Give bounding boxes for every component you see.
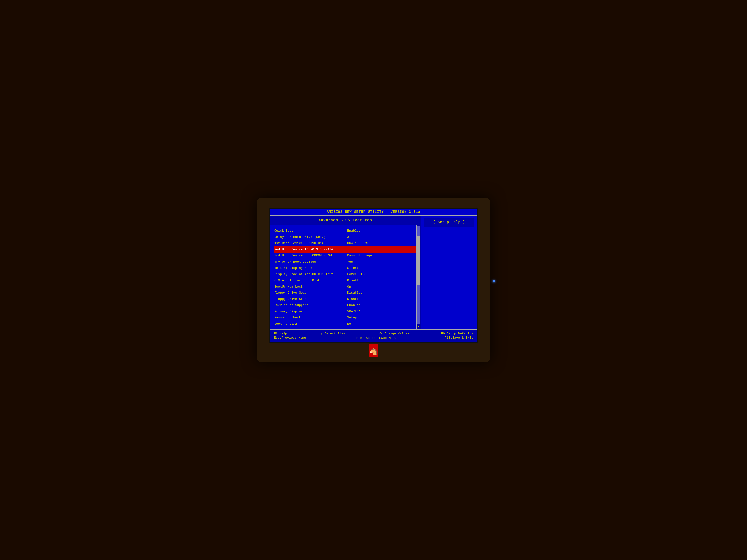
bios-row[interactable]: S.M.A.R.T. for Hard DisksDisabled [274, 277, 417, 284]
bios-row-value: Yes [347, 260, 353, 264]
left-panel: Advanced BIOS Features Quick BootEnabled… [270, 216, 421, 329]
bios-row-label: Try Other Boot Devices [274, 260, 347, 264]
bios-row-label: 1st Boot Device CD/DVD-0:ASUS [274, 241, 347, 246]
footer: F1:Help ↑↓:Select Item +/-:Change Values… [270, 329, 477, 342]
bios-row[interactable]: Display Mode at Add-On ROM InitForce BIO… [274, 271, 417, 277]
bios-row-label: PS/2 Mouse Support [274, 303, 347, 308]
bios-row-value: VGA/EGA [347, 309, 361, 314]
footer-row-1: F1:Help ↑↓:Select Item +/-:Change Values… [274, 332, 473, 336]
bios-row-value: Silent [347, 266, 359, 270]
bios-row-label: 3rd Boot Device USB CDROM:HUAWEI [274, 253, 347, 258]
footer-select-item: ↑↓:Select Item [319, 332, 345, 336]
bios-row[interactable]: Password CheckSetup [274, 315, 417, 321]
bios-title: AMIBIOS NEW SETUP UTILITY - VERSION 3.31… [327, 210, 420, 214]
bios-row-value: Disabled [347, 278, 362, 283]
bios-row-value: DRW-1608P3S [347, 241, 368, 246]
scroll-thumb [417, 236, 420, 285]
bios-row-value: Mass Sto rage [347, 253, 372, 258]
footer-f10-save: F10:Save & Exit [445, 336, 473, 340]
bios-row-label: Primary Display [274, 309, 347, 314]
bios-row-label: 2nd Boot Device IDE-0:ST380011A [274, 247, 347, 252]
left-panel-header: Advanced BIOS Features [270, 216, 421, 225]
footer-f1-help: F1:Help [274, 332, 287, 336]
scrollbar[interactable]: ▼ [416, 225, 421, 329]
bios-row-label: Quick Boot [274, 229, 347, 233]
bios-row-label: Floppy Drive Seek [274, 297, 347, 302]
main-area: Advanced BIOS Features Quick BootEnabled… [270, 216, 477, 329]
bios-row[interactable]: Primary DisplayVGA/EGA [274, 309, 417, 315]
bios-row-value: Disabled [347, 290, 362, 295]
bios-rows: Quick BootEnabledDelay For Hard Drive (S… [274, 228, 417, 327]
title-bar: AMIBIOS NEW SETUP UTILITY - VERSION 3.31… [270, 209, 477, 216]
right-panel: [ Setup Help ] [421, 216, 477, 329]
bios-row[interactable]: Floppy Drive SwapDisabled [274, 290, 417, 296]
footer-esc-prev: Esc:Previous Menu [274, 336, 306, 340]
bios-row-value: Enabled [347, 229, 361, 233]
monitor: AMIBIOS NEW SETUP UTILITY - VERSION 3.31… [257, 198, 490, 362]
bios-row[interactable]: Initial Display ModeSilent [274, 265, 417, 271]
ferrari-logo-icon: 🐴 [369, 344, 378, 356]
bios-row-label: Delay For Hard Drive (Sec.) [274, 235, 347, 240]
svg-text:🐴: 🐴 [369, 347, 378, 355]
bios-row-label: S.M.A.R.T. for Hard Disks [274, 278, 347, 283]
right-panel-header: [ Setup Help ] [424, 218, 474, 227]
bios-row[interactable]: Quick BootEnabled [274, 228, 417, 234]
bios-screen: AMIBIOS NEW SETUP UTILITY - VERSION 3.31… [269, 208, 478, 343]
ferrari-logo-area: 🐴 [369, 344, 378, 358]
footer-change-values: +/-:Change Values [377, 332, 409, 336]
power-indicator [493, 280, 495, 283]
scroll-arrow-down[interactable]: ▼ [418, 325, 419, 328]
bios-row[interactable]: 2nd Boot Device IDE-0:ST380011A [274, 246, 417, 253]
bios-row[interactable]: Delay For Hard Drive (Sec.)3 [274, 234, 417, 240]
footer-enter-select: Enter:Select ▶Sub-Menu [355, 336, 396, 340]
bios-row-label: Display Mode at Add-On ROM Init [274, 272, 347, 277]
bios-row-value: On [347, 284, 351, 289]
bios-row-value: No [347, 322, 351, 326]
bios-row[interactable]: Try Other Boot DevicesYes [274, 259, 417, 265]
bios-row-value: Disabled [347, 297, 362, 302]
bios-row-label: Floppy Drive Swap [274, 290, 347, 295]
bios-row-label: Initial Display Mode [274, 266, 347, 270]
bios-row-value: Force BIOS [347, 272, 366, 277]
footer-row-2: Esc:Previous Menu Enter:Select ▶Sub-Menu… [274, 336, 473, 340]
bios-row-label: BootUp Num-Lock [274, 284, 347, 289]
bios-row[interactable]: 1st Boot Device CD/DVD-0:ASUSDRW-1608P3S [274, 240, 417, 246]
bios-row-label: Password Check [274, 315, 347, 320]
bios-row-value: Setup [347, 315, 357, 320]
bios-row[interactable]: PS/2 Mouse SupportEnabled [274, 302, 417, 309]
bios-row-value: Enabled [347, 303, 361, 308]
footer-f9-defaults: F9:Setup Defaults [441, 332, 473, 336]
bios-row[interactable]: Floppy Drive SeekDisabled [274, 296, 417, 302]
bios-row-label: Boot To OS/2 [274, 322, 347, 326]
scroll-track[interactable] [417, 226, 420, 324]
bios-row[interactable]: 3rd Boot Device USB CDROM:HUAWEIMass Sto… [274, 252, 417, 259]
bios-row[interactable]: BootUp Num-LockOn [274, 284, 417, 290]
bios-settings-table: Quick BootEnabledDelay For Hard Drive (S… [270, 225, 421, 329]
bios-row-value: 3 [347, 235, 349, 240]
bios-row[interactable]: Boot To OS/2No [274, 321, 417, 327]
